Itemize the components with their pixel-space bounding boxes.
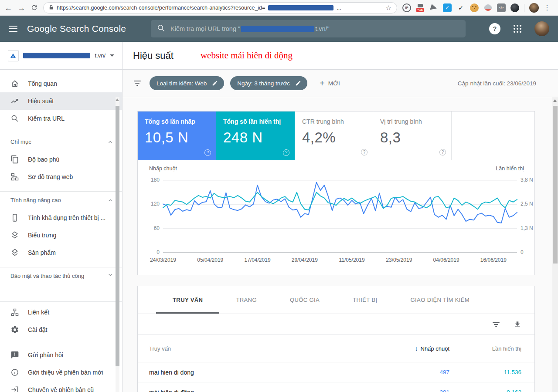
card-value: 4,2% xyxy=(302,129,366,146)
code-extension-icon[interactable]: </> xyxy=(497,3,506,12)
filter-icon[interactable] xyxy=(133,81,142,86)
card-value: 248 N xyxy=(223,129,288,146)
sidebar-section-index[interactable]: Chỉ mục xyxy=(0,133,122,151)
checkmark-extension-icon[interactable]: ✓ xyxy=(456,3,465,12)
brand-google: Google xyxy=(27,24,57,34)
table-filter-icon[interactable] xyxy=(492,322,500,327)
axis-tick-label: 16/06/2019 xyxy=(480,257,507,263)
axis-tick-label: 11/05/2019 xyxy=(339,257,364,263)
sidebar-item-label: Hiệu suất xyxy=(28,98,54,105)
total-clicks-card[interactable]: Tổng số lần nhấp 10,5 N ? xyxy=(138,112,216,160)
gear-icon xyxy=(10,325,19,334)
sidebar-item-label: Liên kết xyxy=(28,309,49,316)
property-selector[interactable]: t.vn/ xyxy=(0,42,122,70)
table-row[interactable]: mai hien di dong 497 11.536 xyxy=(138,362,534,382)
sidebar-item-about-new-version[interactable]: Giới thiệu về phiên bản mới xyxy=(0,364,122,381)
new-filter-button[interactable]: + MỚI xyxy=(320,78,340,88)
rocket-extension-icon[interactable] xyxy=(483,3,492,12)
column-query[interactable]: Truy vấn xyxy=(149,345,362,352)
sidebar-gap xyxy=(0,338,122,346)
dimension-tabs: TRUY VẤN TRANG QUỐC GIA THIẾT BỊ GIAO DI… xyxy=(138,286,534,314)
search-type-filter-chip[interactable]: Loại tìm kiếm: Web xyxy=(150,76,224,90)
checker-extension-icon[interactable]: ✓ xyxy=(443,3,452,12)
browser-refresh-icon[interactable] xyxy=(31,4,38,11)
date-filter-chip[interactable]: Ngày: 3 tháng trước xyxy=(230,76,307,90)
browser-profile-avatar[interactable] xyxy=(529,3,539,13)
tab-search-appearance[interactable]: GIAO DIỆN TÌM KIẾM xyxy=(394,286,487,314)
help-icon[interactable]: ? xyxy=(489,23,500,34)
tab-pages[interactable]: TRANG xyxy=(219,286,273,314)
sort-desc-icon: ↓ xyxy=(415,345,418,352)
account-avatar[interactable] xyxy=(534,21,549,36)
sidebar-item-mobile-usability[interactable]: Tính khả dụng trên thiết bị ... xyxy=(0,209,122,226)
sidebar-item-performance[interactable]: Hiệu suất xyxy=(0,92,122,110)
avg-ctr-card[interactable]: CTR trung bình 4,2% ? xyxy=(295,112,373,160)
total-impressions-card[interactable]: Tổng số lần hiển thị 248 N ? xyxy=(216,112,295,160)
impressions-cell: 11.536 xyxy=(449,369,521,375)
sidebar-section-enhancements[interactable]: Tính năng nâng cao xyxy=(0,192,122,209)
ip-extension-icon[interactable]: IP xyxy=(402,3,411,12)
scroll-up-arrow[interactable] xyxy=(553,99,557,102)
feedback-icon xyxy=(10,351,19,359)
sidebar-item-url-inspection[interactable]: Kiểm tra URL xyxy=(0,110,122,127)
bookmark-star-icon[interactable]: ☆ xyxy=(386,4,391,12)
avg-position-card[interactable]: Vị trí trung bình 8,3 ? xyxy=(373,112,452,160)
hamburger-menu-icon[interactable] xyxy=(9,26,17,32)
sidebar-item-label: Chuyển về phiên bản cũ xyxy=(28,386,94,392)
sidebar-item-settings[interactable]: Cài đặt xyxy=(0,321,122,338)
scrollbar-thumb[interactable] xyxy=(553,106,558,264)
help-icon[interactable]: ? xyxy=(283,149,289,156)
sidebar-item-overview[interactable]: Tổng quan xyxy=(0,75,122,92)
sidebar-item-old-version[interactable]: Chuyển về phiên bản cũ xyxy=(0,381,122,392)
card-value: 8,3 xyxy=(380,129,444,146)
sidebar-item-logos[interactable]: Biểu trưng xyxy=(0,226,122,244)
series-impressions xyxy=(163,193,517,210)
performance-panel: Tổng số lần nhấp 10,5 N ? Tổng số lần hi… xyxy=(137,111,535,275)
tab-queries[interactable]: TRUY VẤN xyxy=(156,286,219,314)
scroll-up-arrow[interactable] xyxy=(116,98,119,101)
sidebar-item-label: Sản phẩm xyxy=(28,249,56,256)
help-icon[interactable]: ? xyxy=(361,149,367,155)
sidebar-item-coverage[interactable]: Độ bao phủ xyxy=(0,151,122,168)
sidebar-item-label: Tổng quan xyxy=(28,80,57,87)
cookie-extension-icon[interactable] xyxy=(470,3,479,12)
sidebar-item-links[interactable]: Liên kết xyxy=(0,304,122,321)
magnifier-icon xyxy=(10,114,19,123)
tool-extension-icon[interactable] xyxy=(429,3,438,12)
cashback-extension-icon[interactable]: +1$ xyxy=(416,3,425,12)
tab-countries[interactable]: QUỐC GIA xyxy=(273,286,336,314)
axis-tick-label: 17/04/2019 xyxy=(245,257,271,263)
browser-forward-icon[interactable]: → xyxy=(17,4,25,12)
metric-cards: Tổng số lần nhấp 10,5 N ? Tổng số lần hi… xyxy=(138,112,534,160)
help-icon[interactable]: ? xyxy=(439,149,446,155)
cookie-dot xyxy=(472,6,473,7)
card-label: Vị trí trung bình xyxy=(380,118,444,125)
sidebar: t.vn/ Tổng quan Hiệu suất Kiểm tra U xyxy=(0,42,122,392)
sidebar-item-feedback[interactable]: Gửi phản hồi xyxy=(0,346,122,364)
sidebar-item-label: Sơ đồ trang web xyxy=(28,173,73,180)
browser-toolbar: ← → https://search.google.com/search-con… xyxy=(0,0,558,16)
table-row[interactable]: mái hiên di động 391 9.162 xyxy=(138,382,534,392)
home-icon xyxy=(10,79,19,88)
main-scrollbar[interactable] xyxy=(552,97,558,392)
column-clicks[interactable]: ↓Nhấp chuột xyxy=(362,345,449,352)
help-icon[interactable]: ? xyxy=(204,149,211,156)
chevron-down-icon xyxy=(110,54,114,57)
browser-back-icon[interactable]: ← xyxy=(4,4,12,12)
sidebar-item-products[interactable]: Sản phẩm xyxy=(0,244,122,261)
sidebar-section-security[interactable]: Bảo mật và thao tác thủ công xyxy=(0,267,122,294)
page-title: Hiệu suất xyxy=(133,50,174,61)
toolbar-divider xyxy=(524,4,524,12)
scrollbar-thumb[interactable] xyxy=(116,106,119,366)
download-icon[interactable] xyxy=(514,321,521,328)
chevron-up-icon xyxy=(107,139,113,145)
sidebar-scrollbar[interactable] xyxy=(116,97,119,392)
browser-menu-icon[interactable]: ⋮ xyxy=(544,3,551,12)
sidebar-item-sitemaps[interactable]: Sơ đồ trang web xyxy=(0,168,122,186)
url-inspection-search[interactable]: Kiểm tra mọi URL trong " t.vn/" xyxy=(151,20,466,37)
address-bar[interactable]: https://search.google.com/search-console… xyxy=(43,2,397,14)
github-extension-icon[interactable] xyxy=(510,3,519,12)
column-impressions[interactable]: Lần hiển thị xyxy=(449,345,521,352)
tab-devices[interactable]: THIẾT BỊ xyxy=(336,286,394,314)
google-apps-icon[interactable] xyxy=(514,25,521,33)
